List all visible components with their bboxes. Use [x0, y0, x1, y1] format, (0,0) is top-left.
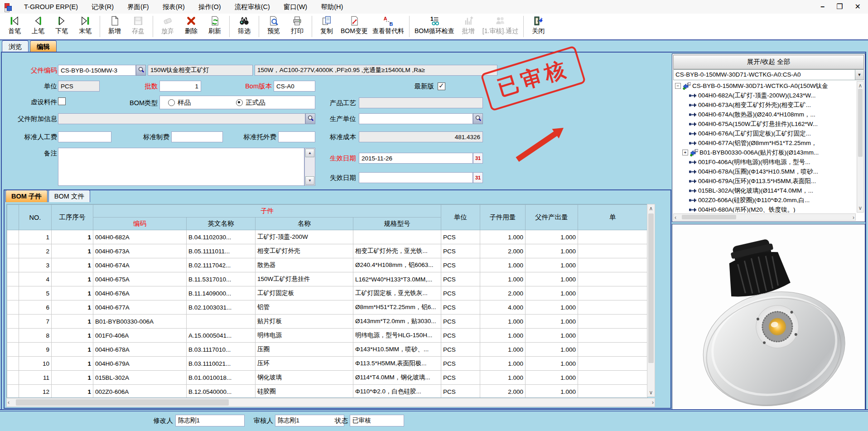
- cell-name[interactable]: 硅胶圈: [256, 385, 353, 398]
- cell-unit[interactable]: PCS: [441, 329, 480, 343]
- cell-name[interactable]: 钢化玻璃: [256, 371, 353, 385]
- tree-node-4[interactable]: 004H0-675A(150W工矿灯悬挂件)(L162*W...: [673, 119, 857, 129]
- toolbar-button-bom-change[interactable]: BOM变更: [338, 14, 370, 39]
- cell-name[interactable]: 相变工矿灯外壳: [256, 244, 353, 258]
- cell-seq[interactable]: 1: [52, 329, 93, 343]
- cell-sel[interactable]: [578, 371, 648, 385]
- cell-spec[interactable]: Φ143*H10.5MM，喷砂、...: [353, 343, 441, 357]
- cell-qty[interactable]: 1.000: [480, 329, 526, 343]
- bom-version-dropdown[interactable]: CS-BYB-0-150MW-30D71-WCTKG-A0:CS-A0▼: [673, 69, 864, 80]
- tree-node-9[interactable]: 004H0-678A(压圈)(Φ143*H10.5MM，喷砂...: [673, 167, 857, 176]
- menu-item-0[interactable]: T-GROUP ERP(E): [17, 1, 85, 12]
- tree-node-11[interactable]: 015BL-302A(钢化玻璃)(Ø114*T4.0MM，...: [673, 186, 857, 195]
- cell-en[interactable]: B.11.1409000...: [187, 286, 256, 300]
- menu-item-2[interactable]: 界面(F): [121, 1, 156, 12]
- cell-unit[interactable]: PCS: [441, 272, 480, 286]
- toolbar-button-bom-loop-check[interactable]: 1BOM循环检查: [412, 14, 457, 39]
- bom-version-input[interactable]: [274, 81, 315, 92]
- cell-qty[interactable]: 1.000: [480, 357, 526, 371]
- scroll-down-icon[interactable]: ∨: [857, 204, 863, 212]
- tree-node-0[interactable]: −CS-BYB-0-150MW-30D71-WCTKG-A0(150W钛金: [673, 81, 857, 91]
- cell-sel[interactable]: [578, 272, 648, 286]
- parent-code-search-button[interactable]: [136, 65, 146, 76]
- table-horizontal-scrollbar[interactable]: ‹ ›: [6, 398, 655, 407]
- cell-pqty[interactable]: 1.000: [526, 230, 578, 244]
- cell-no[interactable]: 2: [19, 244, 52, 258]
- cell-seq[interactable]: 1: [52, 230, 93, 244]
- cell-code[interactable]: 004H0-676A: [93, 286, 187, 300]
- cell-spec[interactable]: L243*W243*T1.0MM.亚光...: [353, 230, 441, 244]
- cell-pqty[interactable]: 1.000: [526, 272, 578, 286]
- cell-sel[interactable]: [578, 343, 648, 357]
- cell-pqty[interactable]: 1.000: [526, 385, 578, 398]
- cell-qty[interactable]: 1.000: [480, 371, 526, 385]
- cell-en[interactable]: B.01.0010018...: [187, 371, 256, 385]
- scroll-left-icon[interactable]: ‹: [675, 213, 676, 222]
- cell-code[interactable]: 004H0-675A: [93, 272, 187, 286]
- parent-extra-search-button[interactable]: [305, 113, 315, 124]
- cell-unit[interactable]: PCS: [441, 343, 480, 357]
- cell-sel[interactable]: [7, 343, 19, 357]
- cell-en[interactable]: B.04.1102030...: [187, 230, 256, 244]
- scroll-right-icon[interactable]: ›: [652, 398, 654, 407]
- toolbar-button-first-record[interactable]: 首笔: [3, 14, 26, 39]
- menu-item-7[interactable]: 帮助(H): [314, 1, 350, 12]
- parent-extra-input[interactable]: [58, 113, 305, 124]
- cell-sel[interactable]: [578, 357, 648, 371]
- cell-name[interactable]: 铝管: [256, 300, 353, 315]
- cell-pqty[interactable]: 1.000: [526, 300, 578, 315]
- cell-unit[interactable]: PCS: [441, 258, 480, 272]
- cell-spec[interactable]: 相变工矿灯外壳，亚光铁...: [353, 244, 441, 258]
- parent-code-input[interactable]: [58, 65, 136, 76]
- cell-qty[interactable]: 1.000: [480, 258, 526, 272]
- cell-qty[interactable]: 2.000: [480, 244, 526, 258]
- cell-spec[interactable]: 明纬电源，型号HLG-150H...: [353, 329, 441, 343]
- cell-code[interactable]: 004H0-673A: [93, 244, 187, 258]
- cell-qty[interactable]: 1.000: [480, 272, 526, 286]
- cell-pqty[interactable]: 1.000: [526, 371, 578, 385]
- scroll-right-icon[interactable]: ›: [853, 213, 854, 222]
- close-button[interactable]: ✕: [855, 2, 861, 12]
- cell-unit[interactable]: PCS: [441, 230, 480, 244]
- cell-en[interactable]: B.02.1117042...: [187, 258, 256, 272]
- cell-sel[interactable]: [578, 315, 648, 329]
- cell-no[interactable]: 9: [19, 343, 52, 357]
- expand-icon[interactable]: +: [682, 150, 688, 155]
- menu-item-6[interactable]: 窗口(W): [277, 1, 314, 12]
- tree-node-12[interactable]: 002Z0-606A(硅胶圈)(Φ110*Φ2.0mm,白...: [673, 195, 857, 205]
- cell-qty[interactable]: 1.000: [480, 343, 526, 357]
- cell-seq[interactable]: 1: [52, 371, 93, 385]
- batch-input[interactable]: [159, 81, 201, 92]
- tree-node-1[interactable]: 004H0-682A(工矿灯-顶盖-200W)(L243*W...: [673, 91, 857, 100]
- toolbar-button-new[interactable]: 新增: [103, 14, 126, 39]
- tree-vertical-scrollbar[interactable]: ∧ ∨: [857, 81, 864, 213]
- cell-sel[interactable]: [578, 230, 648, 244]
- cell-code[interactable]: 001F0-406A: [93, 329, 187, 343]
- scroll-up-icon[interactable]: ▲: [305, 149, 314, 157]
- cell-spec[interactable]: 工矿灯固定板，亚光铁灰...: [353, 286, 441, 300]
- cell-spec[interactable]: Ø240.4*H108mm，铝6063...: [353, 258, 441, 272]
- cell-sel[interactable]: [7, 286, 19, 300]
- cell-code[interactable]: 015BL-302A: [93, 371, 187, 385]
- cell-spec[interactable]: L162*W40*H133*T3.0MM,...: [353, 272, 441, 286]
- col-parent-qty-header[interactable]: 父件产出量: [526, 205, 578, 230]
- bom-type-radio-1[interactable]: [236, 99, 243, 106]
- cell-no[interactable]: 6: [19, 300, 52, 315]
- cell-no[interactable]: 3: [19, 258, 52, 272]
- toolbar-button-copy[interactable]: 复制: [315, 14, 338, 39]
- cell-qty[interactable]: 2.000: [480, 286, 526, 300]
- cell-name[interactable]: 工矿灯固定板: [256, 286, 353, 300]
- cell-sel[interactable]: [7, 329, 19, 343]
- cell-no[interactable]: 12: [19, 385, 52, 398]
- cell-no[interactable]: 8: [19, 329, 52, 343]
- cell-spec[interactable]: Φ113.5*H5MM,表面阳极...: [353, 357, 441, 371]
- scroll-down-icon[interactable]: ▼: [305, 176, 314, 185]
- cell-en[interactable]: B.02.1003031...: [187, 300, 256, 315]
- cell-unit[interactable]: PCS: [441, 385, 480, 398]
- cell-unit[interactable]: PCS: [441, 244, 480, 258]
- cell-sel[interactable]: [7, 357, 19, 371]
- restore-button[interactable]: ❐: [836, 2, 843, 12]
- toolbar-button-filter[interactable]: 筛选: [232, 14, 256, 39]
- calendar-icon[interactable]: 31: [473, 172, 483, 183]
- cell-sel[interactable]: [578, 329, 648, 343]
